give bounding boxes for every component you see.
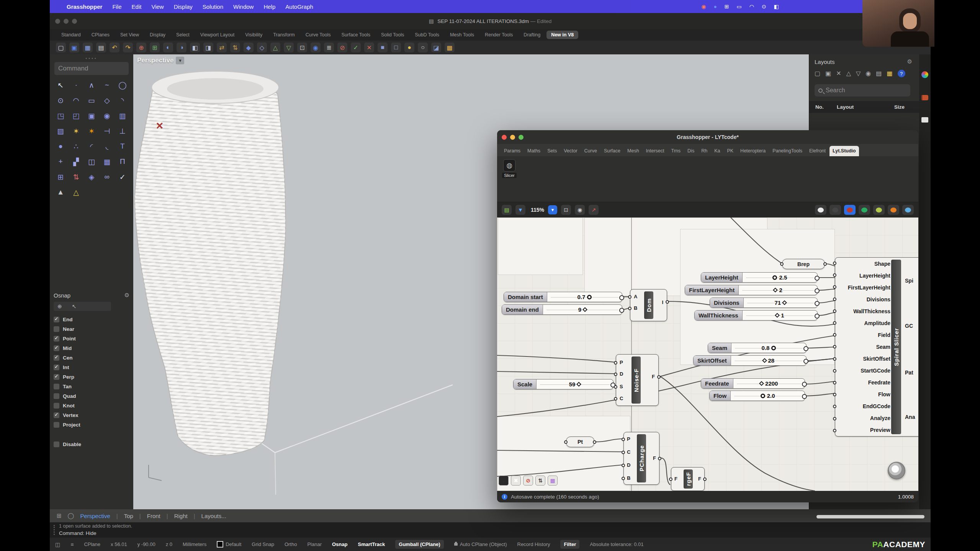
input-port[interactable]	[833, 298, 836, 301]
layouts-toolbar-icon[interactable]: ▦	[887, 70, 892, 77]
checkbox[interactable]	[54, 403, 59, 409]
tool-icon[interactable]: ▦	[99, 156, 115, 167]
slider-handle[interactable]	[759, 381, 764, 386]
toolbar-icon[interactable]: ◨	[203, 43, 213, 52]
output-port[interactable]	[657, 375, 661, 379]
toolbar-tab[interactable]: Standard	[57, 31, 85, 39]
tool-icon[interactable]: ∞	[99, 172, 115, 182]
color-wheel-icon[interactable]	[921, 71, 928, 78]
input-port[interactable]	[614, 361, 617, 365]
grasshopper-tab[interactable]: Intersect	[643, 146, 668, 156]
toolbar-tab[interactable]: Drafting	[519, 31, 545, 39]
input-port[interactable]	[833, 405, 836, 408]
toolbar-icon[interactable]: ◪	[431, 43, 441, 52]
tool-icon[interactable]: ◉	[99, 110, 115, 121]
display-mode-button[interactable]	[829, 205, 841, 215]
history-drag-handle[interactable]	[54, 525, 55, 535]
tool-icon[interactable]: ⊙	[53, 95, 68, 106]
statusbar-item[interactable]: Auto CPlane (Object)	[454, 541, 507, 547]
menu-item[interactable]: Display	[174, 3, 193, 10]
tool-icon[interactable]: ◠	[68, 95, 83, 106]
menu-item[interactable]: File	[112, 3, 121, 10]
output-port[interactable]	[666, 300, 669, 304]
viewport-tab[interactable]: Top	[110, 513, 133, 519]
slider-handle[interactable]	[775, 313, 780, 318]
input-port[interactable]	[833, 309, 836, 313]
menu-item[interactable]: View	[151, 3, 164, 10]
toolbar-tab[interactable]: New in V8	[546, 31, 578, 39]
osnap-checkbox-row[interactable]: Cen	[54, 353, 129, 363]
gh-slider-domain-start[interactable]: Domain start 0.7	[504, 292, 622, 302]
list-icon[interactable]: ≡	[70, 541, 74, 548]
slider-handle[interactable]	[773, 288, 778, 293]
toolbar-icon[interactable]: ◉	[311, 43, 321, 52]
input-port[interactable]	[833, 273, 836, 277]
toolbar-icon[interactable]: ◆	[244, 43, 254, 52]
tool-icon[interactable]: T	[115, 141, 130, 152]
menubar-status-icon[interactable]: ◠	[749, 3, 754, 10]
toolbar-icon[interactable]: ⇅	[230, 43, 240, 52]
tool-icon[interactable]: +	[53, 156, 68, 167]
layouts-search-input[interactable]: Search	[815, 84, 910, 96]
gh-component-chargef[interactable]: rgeF F F	[671, 467, 705, 491]
tool-icon[interactable]: ◜	[84, 141, 99, 152]
canvas-widget-icon[interactable]: ⇅	[535, 476, 545, 486]
checkbox[interactable]	[54, 317, 59, 322]
statusbar-item[interactable]: z 0	[166, 541, 172, 547]
toolbar-tab[interactable]: Select	[172, 31, 194, 39]
input-port[interactable]	[833, 393, 836, 396]
tool-icon[interactable]: ◈	[84, 172, 99, 182]
input-port[interactable]	[780, 262, 784, 266]
grasshopper-tab[interactable]: PanelingTools	[769, 146, 805, 156]
osnap-checkbox-row[interactable]: Perp	[54, 372, 129, 382]
tool-icon[interactable]: ◯	[115, 80, 130, 90]
input-port[interactable]	[833, 345, 836, 348]
menubar-status-icon[interactable]: ◉	[701, 3, 706, 10]
layouts-toolbar-icon[interactable]: ◉	[865, 70, 871, 77]
menubar-status-icon[interactable]: ⊙	[762, 3, 766, 10]
tool-icon[interactable]: ∙	[68, 80, 83, 90]
command-prompt[interactable]: Command: Hide	[59, 530, 132, 537]
tool-icon[interactable]: Π	[115, 156, 130, 167]
input-port[interactable]	[614, 373, 617, 376]
osnap-checkbox-row[interactable]: End	[54, 315, 129, 324]
gh-component-noise-f[interactable]: Noise-F P D S C F	[616, 354, 659, 406]
statusbar-item[interactable]: Planar	[307, 541, 322, 547]
toolbar-tab[interactable]: Render Tools	[480, 31, 517, 39]
input-port[interactable]	[622, 438, 625, 441]
checkbox[interactable]	[54, 355, 59, 361]
statusbar-item[interactable]: Record History	[517, 541, 550, 547]
display-mode-button[interactable]	[902, 205, 914, 215]
canvas-compass-widget[interactable]	[888, 462, 905, 479]
layouts-toolbar-icon[interactable]: △	[846, 70, 851, 77]
menubar-status-icon[interactable]: ●	[713, 3, 717, 10]
menu-item[interactable]: Window	[233, 3, 254, 10]
toolbar-icon[interactable]: ⊘	[337, 43, 347, 52]
toolbar-icon[interactable]: ▣	[69, 43, 79, 52]
gh-component-pcharge[interactable]: PCharge P C D B F	[623, 432, 659, 485]
tool-icon[interactable]: ✶	[84, 126, 99, 136]
toolbar-icon[interactable]: □	[391, 43, 401, 52]
viewport-tab[interactable]: Layouts...	[188, 513, 226, 519]
osnap-cursor-icon[interactable]: ↖	[72, 303, 77, 309]
input-port[interactable]	[614, 397, 617, 401]
gh-param-pt[interactable]: Pt	[566, 437, 594, 447]
layouts-toolbar-icon[interactable]: ▽	[856, 70, 861, 77]
menu-item[interactable]: AutoGraph	[285, 3, 313, 10]
layouts-toolbar-icon[interactable]: ?	[898, 70, 905, 77]
toolbar-icon[interactable]: ✓	[351, 43, 361, 52]
statusbar-item[interactable]: CPlane	[84, 541, 100, 547]
checkbox[interactable]	[54, 384, 59, 389]
layouts-toolbar-icon[interactable]: ✕	[836, 70, 841, 77]
grasshopper-tab[interactable]: Rh	[698, 146, 710, 156]
toolbar-icon[interactable]: ≣	[324, 43, 334, 52]
toolbar-icon[interactable]: ⊕	[136, 43, 146, 52]
tool-icon[interactable]: ◇	[99, 95, 115, 106]
menu-item[interactable]: Help	[263, 3, 275, 10]
toolbar-icon[interactable]: ▽	[284, 43, 294, 52]
canvas-toolbar-icon[interactable]: ▤	[502, 205, 512, 215]
display-mode-button[interactable]	[859, 205, 870, 215]
canvas-view-icon[interactable]: ↗	[589, 205, 599, 215]
grasshopper-tab[interactable]: Lyt.Studio	[829, 146, 859, 156]
checkbox[interactable]	[54, 336, 59, 342]
